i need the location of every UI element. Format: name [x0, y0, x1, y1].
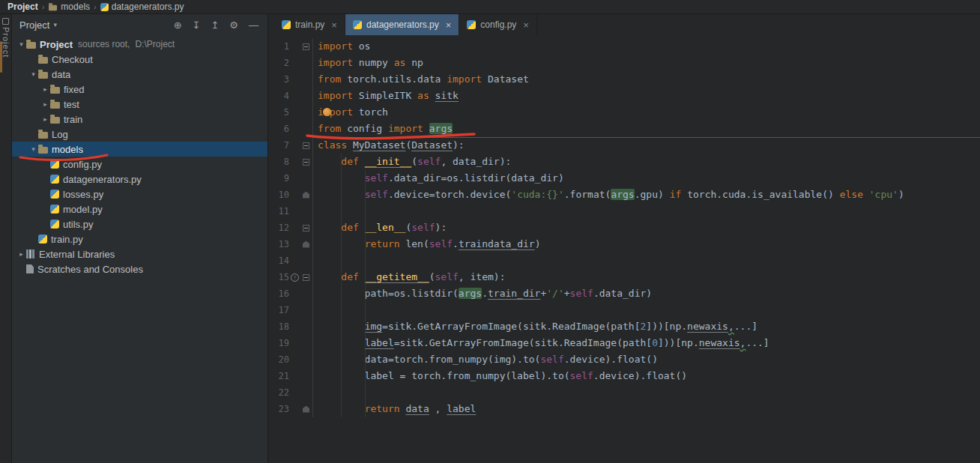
- editor-line[interactable]: 13 return len(self.traindata_dir): [268, 236, 980, 252]
- line-number[interactable]: 14: [268, 255, 289, 266]
- tree-item-train-py[interactable]: train.py: [12, 232, 267, 246]
- line-number[interactable]: 17: [268, 305, 289, 315]
- line-number[interactable]: 19: [268, 338, 289, 348]
- editor-line[interactable]: 11: [268, 203, 980, 220]
- panel-title[interactable]: Project: [19, 19, 49, 31]
- fold-end-icon[interactable]: [303, 406, 309, 413]
- editor-line[interactable]: 21 label = torch.from_numpy(label).to(se…: [268, 368, 980, 384]
- editor-tab-datagenerators-py[interactable]: datagenerators.py×: [345, 14, 459, 35]
- tree-item-fixed[interactable]: ▸fixed: [12, 82, 267, 97]
- fold-start-icon[interactable]: [303, 274, 309, 281]
- fold-start-icon[interactable]: [303, 142, 309, 149]
- chevron-icon[interactable]: ▸: [16, 250, 26, 258]
- tree-item-data[interactable]: ▾data: [12, 67, 267, 82]
- chevron-icon[interactable]: ▾: [28, 145, 38, 153]
- editor-line[interactable]: 15↑ def __getitem__(self, item):: [268, 269, 980, 285]
- line-number[interactable]: 21: [268, 371, 289, 381]
- line-number[interactable]: 10: [268, 190, 289, 200]
- tree-item-datagenerators-py[interactable]: datagenerators.py: [12, 172, 267, 187]
- close-tab-icon[interactable]: ×: [446, 19, 452, 31]
- tree-item-losses-py[interactable]: losses.py: [12, 187, 267, 202]
- override-method-icon[interactable]: ↑: [291, 273, 299, 282]
- locate-file-icon[interactable]: ⊕: [174, 19, 182, 31]
- chevron-icon[interactable]: ▸: [40, 100, 50, 108]
- chevron-icon[interactable]: ▾: [28, 70, 38, 78]
- breadcrumb-item[interactable]: models: [46, 1, 91, 12]
- tree-item-project[interactable]: ▾Projectsources root,D:\Project: [12, 37, 267, 52]
- tree-item-model-py[interactable]: model.py: [12, 202, 267, 217]
- editor-line[interactable]: 18 img=sitk.GetArrayFromImage(sitk.ReadI…: [268, 318, 980, 335]
- line-number[interactable]: 16: [268, 288, 289, 299]
- tree-item-test[interactable]: ▸test: [12, 97, 267, 112]
- code-area[interactable]: 1import os2import numpy as np3from torch…: [268, 35, 980, 417]
- tree-item-external-libraries[interactable]: ▸External Libraries: [12, 246, 267, 261]
- line-number[interactable]: 11: [268, 206, 289, 217]
- chevron-down-icon[interactable]: ▾: [53, 21, 57, 28]
- project-tool-icon[interactable]: [2, 18, 9, 25]
- line-number[interactable]: 22: [268, 387, 289, 398]
- expand-all-icon[interactable]: ↥: [211, 19, 219, 31]
- tree-item-models[interactable]: ▾models: [12, 142, 267, 157]
- breadcrumb-item[interactable]: datagenerators.py: [99, 1, 186, 12]
- editor-tab-train-py[interactable]: train.py×: [274, 14, 345, 35]
- line-number[interactable]: 2: [268, 58, 289, 68]
- close-tab-icon[interactable]: ×: [331, 19, 337, 31]
- editor-line[interactable]: 3from torch.utils.data import Dataset: [268, 71, 980, 88]
- tree-item-log[interactable]: Log: [12, 127, 267, 142]
- line-number[interactable]: 8: [268, 157, 289, 167]
- breadcrumb-item[interactable]: Project: [6, 1, 40, 12]
- line-number[interactable]: 9: [268, 173, 289, 184]
- editor-line[interactable]: 23 return data , label: [268, 401, 980, 417]
- editor-line[interactable]: 8 def __init__(self, data_dir):: [268, 154, 980, 170]
- settings-gear-icon[interactable]: ⚙: [229, 19, 238, 31]
- line-number[interactable]: 13: [268, 239, 289, 249]
- fold-end-icon[interactable]: [303, 241, 309, 248]
- tool-window-label[interactable]: Project: [1, 27, 10, 58]
- editor-line[interactable]: 2import numpy as np: [268, 55, 980, 71]
- editor-line[interactable]: 17: [268, 302, 980, 318]
- chevron-icon[interactable]: ▸: [40, 115, 50, 123]
- chevron-icon[interactable]: ▸: [40, 85, 50, 93]
- fold-end-icon[interactable]: [303, 192, 309, 199]
- collapse-all-icon[interactable]: ↧: [193, 19, 201, 31]
- line-number[interactable]: 18: [268, 321, 289, 332]
- line-number[interactable]: 23: [268, 404, 289, 414]
- editor-line[interactable]: 4import SimpleITK as sitk: [268, 88, 980, 104]
- editor-gutter: 13: [268, 236, 313, 252]
- gutter-icon-slot: ↑: [289, 273, 300, 282]
- editor-line[interactable]: 5import torch: [268, 104, 980, 121]
- tree-item-utils-py[interactable]: utils.py: [12, 217, 267, 232]
- tree-item-scratches-and-consoles[interactable]: Scratches and Consoles: [12, 261, 267, 276]
- code-text: import SimpleITK as sitk: [313, 88, 980, 104]
- line-number[interactable]: 20: [268, 354, 289, 365]
- line-number[interactable]: 4: [268, 91, 289, 101]
- editor-line[interactable]: 20 data=torch.from_numpy(img).to(self.de…: [268, 351, 980, 368]
- chevron-icon[interactable]: ▾: [16, 40, 26, 48]
- editor-line[interactable]: 1import os: [268, 38, 980, 55]
- editor-line[interactable]: 9 self.data_dir=os.listdir(data_dir): [268, 170, 980, 187]
- tree-item-checkout[interactable]: Checkout: [12, 52, 267, 67]
- tree-item-train[interactable]: ▸train: [12, 112, 267, 127]
- editor-line[interactable]: 12 def __len__(self):: [268, 220, 980, 236]
- close-tab-icon[interactable]: ×: [523, 19, 529, 31]
- fold-start-icon[interactable]: [303, 43, 309, 50]
- tree-item-config-py[interactable]: config.py: [12, 157, 267, 172]
- editor-line[interactable]: 10 self.device=torch.device('cuda:{}'.fo…: [268, 187, 980, 203]
- editor-line[interactable]: 19 label=sitk.GetArrayFromImage(sitk.Rea…: [268, 335, 980, 351]
- line-number[interactable]: 15: [268, 272, 289, 282]
- line-number[interactable]: 7: [268, 140, 289, 151]
- editor-line[interactable]: 14: [268, 252, 980, 269]
- hide-panel-icon[interactable]: —: [249, 19, 258, 31]
- line-number[interactable]: 12: [268, 223, 289, 233]
- editor-line[interactable]: 7class MyDataset(Dataset):: [268, 137, 980, 154]
- line-number[interactable]: 3: [268, 74, 289, 85]
- line-number[interactable]: 6: [268, 124, 289, 134]
- editor-tab-config-py[interactable]: config.py×: [459, 14, 537, 35]
- fold-start-icon[interactable]: [303, 225, 309, 232]
- editor-line[interactable]: 6from config import args: [268, 121, 980, 137]
- editor-line[interactable]: 22: [268, 384, 980, 401]
- line-number[interactable]: 5: [268, 107, 289, 118]
- fold-start-icon[interactable]: [303, 159, 309, 166]
- line-number[interactable]: 1: [268, 41, 289, 52]
- editor-line[interactable]: 16 path=os.listdir(args.train_dir+'/'+se…: [268, 285, 980, 302]
